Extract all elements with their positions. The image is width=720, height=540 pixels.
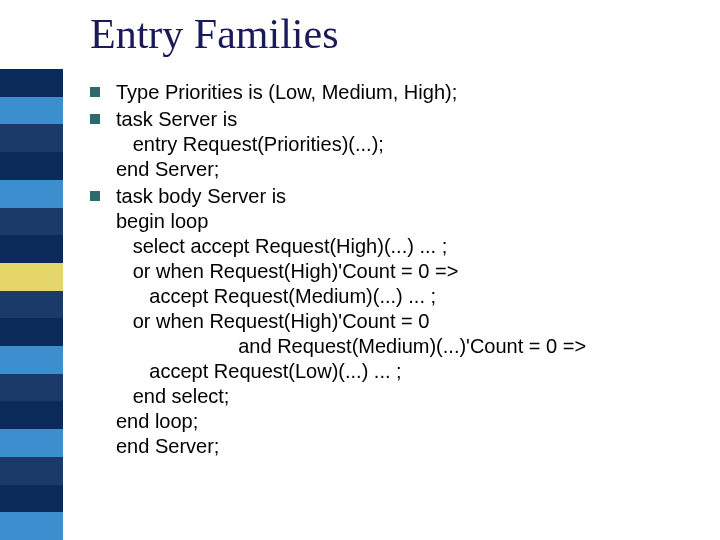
slide-title: Entry Families — [90, 10, 338, 58]
square-bullet-icon — [90, 114, 100, 124]
slide-content: Type Priorities is (Low, Medium, High);t… — [90, 80, 690, 461]
sidebar-stripe — [0, 429, 63, 457]
decorative-sidebar — [0, 69, 63, 540]
sidebar-stripe — [0, 124, 63, 152]
sidebar-stripe — [0, 97, 63, 125]
sidebar-stripe — [0, 263, 63, 291]
sidebar-stripe — [0, 346, 63, 374]
sidebar-stripe — [0, 512, 63, 540]
sidebar-stripe — [0, 152, 63, 180]
sidebar-stripe — [0, 291, 63, 319]
sidebar-stripe — [0, 69, 63, 97]
sidebar-stripe — [0, 235, 63, 263]
bullet-text: Type Priorities is (Low, Medium, High); — [116, 80, 457, 105]
bullet-text: task body Server is begin loop select ac… — [116, 184, 586, 459]
bullet-item: Type Priorities is (Low, Medium, High); — [90, 80, 690, 105]
sidebar-stripe — [0, 374, 63, 402]
bullet-text: task Server is entry Request(Priorities)… — [116, 107, 384, 182]
sidebar-stripe — [0, 318, 63, 346]
sidebar-stripe — [0, 457, 63, 485]
sidebar-stripe — [0, 401, 63, 429]
square-bullet-icon — [90, 191, 100, 201]
bullet-item: task body Server is begin loop select ac… — [90, 184, 690, 459]
sidebar-stripe — [0, 485, 63, 513]
square-bullet-icon — [90, 87, 100, 97]
sidebar-stripe — [0, 180, 63, 208]
bullet-item: task Server is entry Request(Priorities)… — [90, 107, 690, 182]
sidebar-stripe — [0, 208, 63, 236]
